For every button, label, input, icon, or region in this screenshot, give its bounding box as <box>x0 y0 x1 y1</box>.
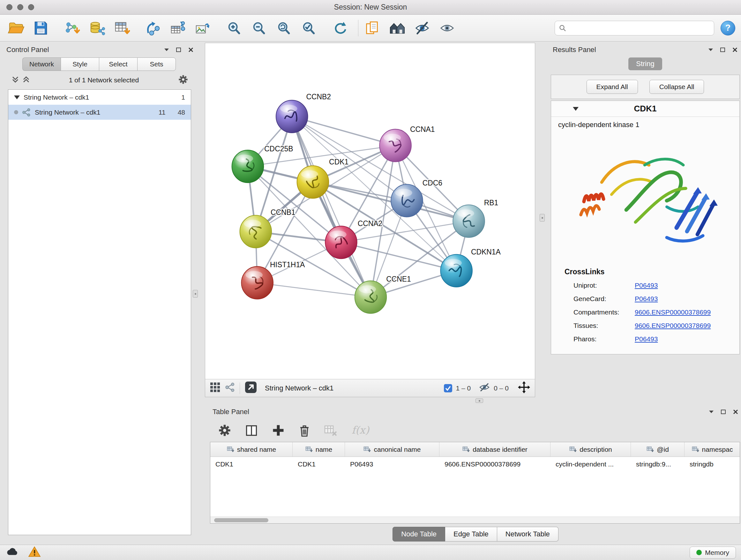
open-session-button[interactable] <box>6 18 26 38</box>
panel-float-icon[interactable] <box>720 47 726 53</box>
table-cell[interactable]: stringdb:9... <box>631 457 684 471</box>
table-cell[interactable]: CDK1 <box>293 457 345 471</box>
column-header-@id[interactable]: @id <box>631 442 684 456</box>
column-header-name[interactable]: name <box>293 442 345 456</box>
horizontal-splitter[interactable] <box>205 397 741 405</box>
network-row-selected[interactable]: String Network – cdk1 11 48 <box>8 105 191 120</box>
network-graph[interactable]: CCNB2 CCNA1 CDC25B CDK1 CDC6 <box>205 43 535 379</box>
panel-float-icon[interactable] <box>721 409 726 415</box>
splitter-handle[interactable] <box>475 398 483 403</box>
column-header-database-identifier[interactable]: database identifier <box>440 442 550 456</box>
table-cell[interactable]: stringdb <box>684 457 740 471</box>
import-table-from-file-button[interactable] <box>112 18 132 38</box>
search-box[interactable] <box>555 21 714 36</box>
create-column-button[interactable] <box>271 423 285 437</box>
apply-layout-button[interactable] <box>330 18 350 38</box>
table-row[interactable]: CDK1CDK1P064939606.ENSP00000378699cyclin… <box>210 457 740 471</box>
node-CDC6[interactable]: CDC6 <box>391 179 442 217</box>
network-canvas[interactable]: CCNB2 CCNA1 CDC25B CDK1 CDC6 <box>205 43 535 379</box>
network-overview-icon[interactable] <box>225 382 235 394</box>
zoom-out-button[interactable] <box>249 18 269 38</box>
column-header-canonical-name[interactable]: canonical name <box>345 442 440 456</box>
tree-expand-icon[interactable] <box>14 96 20 99</box>
panel-float-icon[interactable] <box>176 47 182 53</box>
import-network-from-file-button[interactable] <box>62 18 82 38</box>
help-button[interactable]: ? <box>721 21 735 36</box>
collapse-all-icon[interactable] <box>11 76 19 85</box>
edge[interactable] <box>292 117 371 297</box>
tab-sets[interactable]: Sets <box>137 57 176 71</box>
tab-node-table[interactable]: Node Table <box>393 527 445 542</box>
delete-table-button[interactable] <box>324 423 338 437</box>
delete-column-button[interactable] <box>298 423 311 437</box>
zoom-selected-button[interactable] <box>299 18 319 38</box>
tab-edge-table[interactable]: Edge Table <box>445 527 497 542</box>
hidden-eye-icon[interactable] <box>479 383 490 393</box>
node-CDK1[interactable]: CDK1 <box>297 158 349 198</box>
detach-view-icon[interactable] <box>245 381 257 395</box>
network-collection-row[interactable]: String Network – cdk1 1 <box>8 90 191 105</box>
panel-close-icon[interactable] <box>732 47 738 53</box>
tab-style[interactable]: Style <box>61 57 99 71</box>
copy-document-button[interactable] <box>362 18 383 38</box>
crosslink-link[interactable]: 9606.ENSP00000378699 <box>635 308 711 316</box>
tab-select[interactable]: Select <box>99 57 137 71</box>
table-gear-button[interactable] <box>218 423 232 437</box>
crosslink-link[interactable]: P06493 <box>635 282 658 289</box>
column-header-description[interactable]: description <box>550 442 631 456</box>
crosslink-link[interactable]: P06493 <box>635 295 658 303</box>
node-RB1[interactable]: RB1 <box>453 198 498 237</box>
column-header-shared-name[interactable]: shared name <box>210 442 293 456</box>
warning-icon[interactable] <box>28 546 41 559</box>
table-from-network-button[interactable] <box>168 18 188 38</box>
expand-all-button[interactable]: Expand All <box>587 80 638 94</box>
save-session-button[interactable] <box>30 18 51 38</box>
zoom-in-button[interactable] <box>224 18 245 38</box>
node-HIST1H1A[interactable]: HIST1H1A <box>241 260 305 299</box>
table-cell[interactable]: cyclin-dependent ... <box>550 457 631 471</box>
network-from-selection-button[interactable] <box>143 18 163 38</box>
close-button[interactable] <box>6 4 12 10</box>
panel-collapse-icon[interactable] <box>709 410 714 414</box>
show-all-button[interactable] <box>437 18 457 38</box>
panel-collapse-icon[interactable] <box>708 48 714 52</box>
panel-close-icon[interactable] <box>188 47 194 53</box>
show-column-button[interactable] <box>245 423 259 437</box>
panel-close-icon[interactable] <box>733 409 738 415</box>
node-CDKN1A[interactable]: CDKN1A <box>441 248 501 287</box>
table-hscrollbar[interactable] <box>210 516 740 523</box>
splitter-handle[interactable] <box>540 214 545 222</box>
grid-view-icon[interactable] <box>210 382 220 394</box>
column-header-namespac[interactable]: namespac <box>684 442 740 456</box>
crosslink-link[interactable]: P06493 <box>635 335 658 343</box>
collapse-all-button[interactable]: Collapse All <box>650 80 704 94</box>
minimize-button[interactable] <box>17 4 23 10</box>
pan-icon[interactable] <box>518 381 530 395</box>
selected-nodes-icon[interactable] <box>444 384 452 392</box>
search-input[interactable] <box>569 24 710 32</box>
node-CCNA1[interactable]: CCNA1 <box>380 125 434 162</box>
zoom-fit-button[interactable] <box>274 18 294 38</box>
cloud-icon[interactable] <box>5 547 20 558</box>
scrollbar-thumb[interactable] <box>214 518 268 522</box>
network-options-gear-icon[interactable] <box>178 74 189 86</box>
table-cell[interactable]: P06493 <box>345 457 440 471</box>
table-cell[interactable]: CDK1 <box>210 457 293 471</box>
first-neighbors-button[interactable] <box>387 18 408 38</box>
function-builder-button[interactable]: f(x) <box>350 423 373 437</box>
zoom-button[interactable] <box>28 4 34 10</box>
hide-selected-button[interactable] <box>412 18 432 38</box>
crosslink-link[interactable]: 9606.ENSP00000378699 <box>635 322 711 329</box>
memory-button[interactable]: Memory <box>690 547 736 559</box>
splitter-handle[interactable] <box>193 290 198 298</box>
vertical-splitter[interactable] <box>535 43 549 397</box>
edge[interactable] <box>257 283 370 297</box>
panel-collapse-icon[interactable] <box>164 48 170 52</box>
tab-string[interactable]: String <box>628 57 662 70</box>
collapse-section-icon[interactable] <box>573 107 579 111</box>
import-network-from-database-button[interactable] <box>87 18 107 38</box>
tab-network-table[interactable]: Network Table <box>497 527 558 542</box>
tab-network[interactable]: Network <box>22 57 61 71</box>
table-cell[interactable]: 9606.ENSP00000378699 <box>440 457 550 471</box>
node-CCNB2[interactable]: CCNB2 <box>276 92 331 132</box>
